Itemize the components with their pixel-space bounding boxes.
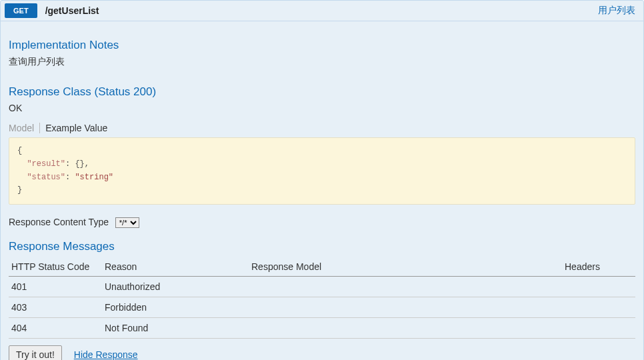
tab-example-value[interactable]: Example Value	[43, 123, 110, 133]
tab-divider	[39, 123, 40, 133]
response-class-status: OK	[9, 103, 635, 113]
status-reason: Unauthorized	[102, 277, 249, 297]
table-header-row: HTTP Status Code Reason Response Model H…	[9, 257, 635, 277]
example-value-code[interactable]: { "result": {}, "status": "string" }	[9, 137, 635, 205]
response-content-type-label: Response Content Type	[9, 217, 109, 227]
status-headers	[562, 277, 635, 297]
status-code: 401	[9, 277, 102, 297]
col-reason: Reason	[102, 257, 249, 277]
implementation-notes-text: 查询用户列表	[9, 56, 635, 68]
response-messages-heading: Response Messages	[9, 240, 635, 253]
col-http-status: HTTP Status Code	[9, 257, 102, 277]
status-code: 404	[9, 318, 102, 339]
operation-header[interactable]: GET /getUserList 用户列表	[1, 1, 643, 21]
tab-model[interactable]: Model	[9, 123, 37, 133]
status-headers	[562, 297, 635, 318]
operation-panel: GET /getUserList 用户列表 Implementation Not…	[0, 0, 644, 360]
operation-summary-link[interactable]: 用户列表	[598, 5, 635, 17]
table-row: 401 Unauthorized	[9, 277, 635, 297]
table-row: 404 Not Found	[9, 318, 635, 339]
action-row: Try it out! Hide Response	[9, 345, 635, 360]
table-row: 403 Forbidden	[9, 297, 635, 318]
schema-tabs: ModelExample Value	[9, 123, 635, 133]
try-it-out-button[interactable]: Try it out!	[9, 345, 62, 360]
response-content-type-select[interactable]: */*	[115, 217, 139, 228]
status-model	[249, 318, 562, 339]
http-method-badge: GET	[5, 3, 37, 18]
response-class-heading: Response Class (Status 200)	[9, 85, 635, 99]
operation-path: /getUserList	[45, 5, 598, 16]
status-headers	[562, 318, 635, 339]
response-messages-table: HTTP Status Code Reason Response Model H…	[9, 257, 635, 339]
status-model	[249, 277, 562, 297]
col-headers: Headers	[562, 257, 635, 277]
status-code: 403	[9, 297, 102, 318]
hide-response-link[interactable]: Hide Response	[74, 349, 138, 360]
status-reason: Forbidden	[102, 297, 249, 318]
col-response-model: Response Model	[249, 257, 562, 277]
response-content-type-row: Response Content Type */*	[9, 217, 635, 228]
implementation-notes-heading: Implementation Notes	[9, 39, 635, 52]
status-reason: Not Found	[102, 318, 249, 339]
operation-body: Implementation Notes 查询用户列表 Response Cla…	[1, 21, 643, 360]
status-model	[249, 297, 562, 318]
